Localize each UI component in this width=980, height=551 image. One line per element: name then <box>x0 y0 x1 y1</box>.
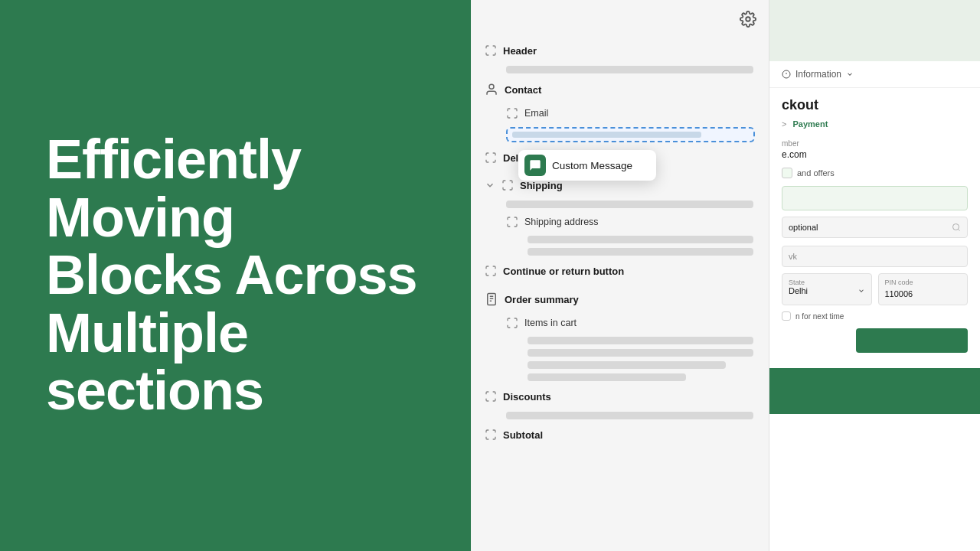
offers-checkbox[interactable] <box>782 168 792 178</box>
items-placeholder-1 <box>528 337 753 344</box>
right-panel: Information ckout > Payment mber e.com a… <box>769 0 980 551</box>
items-in-cart-label: Items in cart <box>524 318 577 328</box>
checkout-preview: Information ckout > Payment mber e.com a… <box>769 0 980 551</box>
shipping-address-placeholder-1 <box>528 236 753 243</box>
shipping-section-group: Shipping Shipping address <box>477 173 763 256</box>
chevron-info-icon <box>846 70 854 78</box>
shipping-address-placeholder-2 <box>528 248 753 256</box>
email-field-group: mber e.com <box>782 139 968 160</box>
save-row: n for next time <box>782 311 968 321</box>
subtotal-label: Subtotal <box>503 429 543 441</box>
checkout-title: ckout <box>782 97 968 113</box>
pin-label: PIN code <box>885 279 962 286</box>
shipping-label: Shipping <box>520 180 563 191</box>
expand-delivery-icon <box>485 152 497 164</box>
custom-message-dropdown[interactable]: Custom Message <box>518 150 656 181</box>
items-placeholder-4 <box>528 373 686 381</box>
order-summary-label: Order summary <box>505 294 579 305</box>
state-pin-row: State Delhi PIN code 110006 <box>782 273 968 305</box>
svg-point-9 <box>953 224 959 230</box>
expand-continue-icon <box>485 265 497 277</box>
items-placeholder-2 <box>528 349 753 357</box>
save-label: n for next time <box>795 312 844 321</box>
section-list: Header Contact Email <box>471 38 769 551</box>
state-field[interactable]: State Delhi <box>782 273 872 305</box>
info-label: Information <box>795 69 841 80</box>
info-icon <box>782 70 791 79</box>
checkout-info-bar: Information <box>769 61 980 88</box>
expand-icon <box>485 44 497 57</box>
number-label: mber <box>782 139 968 148</box>
checkout-top-bar <box>769 0 980 61</box>
discounts-section-group: Discounts <box>477 384 763 419</box>
subtotal-section[interactable]: Subtotal <box>477 422 763 447</box>
contact-section[interactable]: Contact <box>477 77 763 103</box>
header-section[interactable]: Header <box>477 38 763 63</box>
order-icon <box>485 292 498 306</box>
discounts-label: Discounts <box>503 391 551 403</box>
expand-shipping-icon <box>501 179 514 191</box>
breadcrumb-gt: > <box>782 119 786 129</box>
search-icon <box>952 223 961 232</box>
address-field[interactable]: optional <box>782 217 968 238</box>
checkout-body: ckout > Payment mber e.com and offers op… <box>769 88 980 362</box>
expand-shipping-address-icon <box>506 216 518 228</box>
middle-panel: Header Contact Email <box>471 0 769 551</box>
shipping-address-subsection: Shipping address <box>498 211 763 256</box>
header-label: Header <box>503 45 537 57</box>
middle-header <box>471 0 769 38</box>
order-summary-group: Order summary Items in cart <box>477 286 763 381</box>
expand-discounts-icon <box>485 390 497 403</box>
offers-label: and offers <box>797 168 835 178</box>
email-label: Email <box>524 108 548 119</box>
offers-checkbox-row[interactable]: and offers <box>782 168 968 178</box>
continue-button[interactable] <box>856 328 968 353</box>
header-placeholder <box>506 66 753 73</box>
left-panel: Efficiently Moving Blocks Across Multipl… <box>0 0 471 551</box>
custom-message-icon-bg <box>524 155 546 176</box>
email-subsection: Email Custom Message <box>498 103 763 142</box>
checkout-title-text: ckout <box>782 97 818 112</box>
items-in-cart-subsection: Items in cart <box>498 312 763 381</box>
save-checkbox[interactable] <box>782 311 791 321</box>
checkout-green-bottom <box>769 368 980 414</box>
shipping-address-header[interactable]: Shipping address <box>498 211 763 233</box>
email-dashed-box[interactable]: Custom Message <box>506 127 755 142</box>
shipping-placeholder-1 <box>506 201 753 208</box>
breadcrumb-payment: Payment <box>792 119 828 129</box>
checkout-breadcrumb: > Payment <box>782 119 968 129</box>
contact-section-group: Contact Email <box>477 77 763 142</box>
continue-label: Continue or return button <box>503 266 624 277</box>
custom-message-label: Custom Message <box>552 160 632 171</box>
continue-section[interactable]: Continue or return button <box>477 259 763 283</box>
state-label: State <box>789 279 865 286</box>
shipping-address-label: Shipping address <box>524 217 599 227</box>
pin-value: 110006 <box>885 289 913 298</box>
state-chevron-icon <box>858 287 865 295</box>
contact-icon <box>485 83 498 96</box>
message-icon <box>529 159 541 171</box>
pin-field[interactable]: PIN code 110006 <box>878 273 969 305</box>
promo-input[interactable] <box>782 186 968 210</box>
email-value: e.com <box>782 149 968 160</box>
chevron-shipping-icon <box>485 180 495 191</box>
section-header-group: Header <box>477 38 763 73</box>
address-line2[interactable]: vk <box>782 246 968 267</box>
expand-items-icon <box>506 317 518 329</box>
email-header[interactable]: Email <box>498 103 763 124</box>
state-value: Delhi <box>789 286 808 295</box>
items-placeholder-3 <box>528 361 726 369</box>
svg-point-1 <box>489 84 494 89</box>
headline: Efficiently Moving Blocks Across Multipl… <box>46 131 425 420</box>
svg-line-10 <box>958 229 959 230</box>
subtotal-section-group: Subtotal <box>477 422 763 447</box>
gear-icon[interactable] <box>740 11 756 28</box>
discounts-placeholder <box>506 412 753 419</box>
contact-label: Contact <box>505 84 541 96</box>
expand-email-icon <box>506 107 518 119</box>
continue-section-group: Continue or return button <box>477 259 763 283</box>
discounts-section[interactable]: Discounts <box>477 384 763 409</box>
order-summary-section[interactable]: Order summary <box>477 286 763 312</box>
items-in-cart-header[interactable]: Items in cart <box>498 312 763 334</box>
svg-point-0 <box>746 17 750 21</box>
